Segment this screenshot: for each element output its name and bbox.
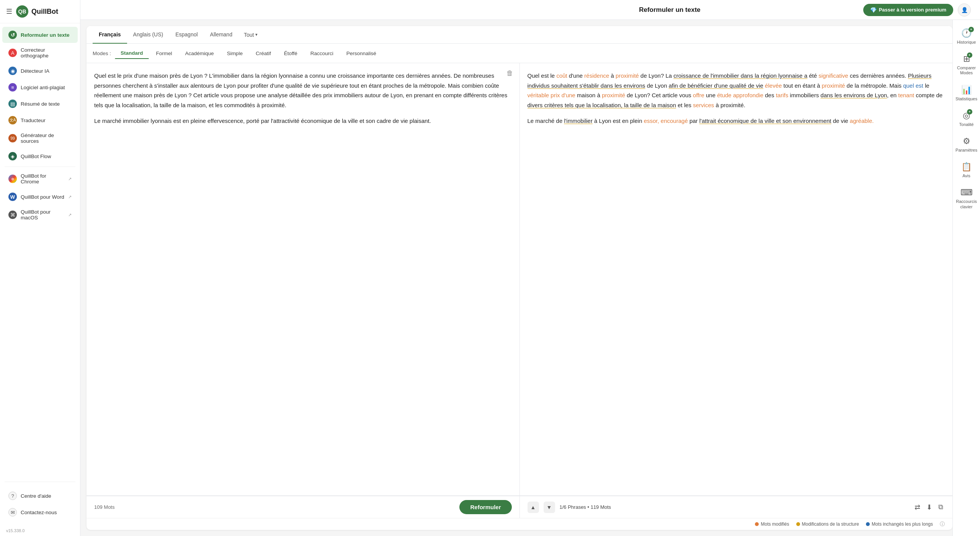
sidebar-item-label: QuillBot for Chrome [21, 173, 64, 185]
legend-unchanged: Mots inchangés les plus longs [866, 521, 933, 527]
parametres-icon: ⚙ [963, 136, 970, 146]
mode-raccourci[interactable]: Raccourci [305, 48, 339, 59]
sidebar-item-label: QuillBot pour macOS [21, 209, 64, 221]
legend-modified: Mots modifiés [755, 521, 789, 527]
language-tabs: Français Anglais (US) Espagnol Allemand … [87, 26, 952, 44]
external-link-icon: ↗ [68, 212, 72, 217]
word-essor: essor, encouragé [644, 118, 688, 124]
raccourcis-icon: ⌨ [960, 188, 973, 198]
input-paragraph-1: Quel est le prix d'une maison près de Ly… [94, 71, 512, 110]
reformuler-icon: ↺ [8, 31, 17, 39]
tab-anglais[interactable]: Anglais (US) [127, 26, 170, 44]
word-proximite2: proximité [822, 82, 845, 89]
input-pane: 🗑 Quel est le prix d'une maison près de … [87, 63, 520, 495]
sidebar-item-aide[interactable]: ? Centre d'aide [2, 488, 78, 504]
legend-bar: Mots modifiés Modifications de la struct… [87, 518, 952, 530]
phrase-dans-les: dans les environs de Lyon [820, 92, 887, 98]
sidebar-item-flow[interactable]: ◈ QuillBot Flow [2, 148, 78, 164]
word-offre: offre [693, 92, 704, 98]
sidebar-item-label: Traducteur [21, 118, 46, 123]
word-services: services [693, 102, 714, 108]
right-avis[interactable]: 📋 Avis [955, 158, 978, 182]
tab-francais[interactable]: Français [93, 26, 127, 44]
sidebar-item-label: Reformuler un texte [21, 32, 70, 38]
premium-button[interactable]: 💎 Passer à la version premium [863, 4, 953, 16]
tab-tout[interactable]: Tout ▾ [238, 26, 263, 43]
chrome-icon: ⊕ [8, 175, 17, 183]
main-content: Reformuler un texte 💎 Passer à la versio… [80, 0, 980, 536]
reformulate-button[interactable]: Reformuler [459, 500, 511, 514]
diamond-icon: 💎 [870, 7, 877, 13]
sidebar-item-word[interactable]: W QuillBot pour Word ↗ [2, 189, 78, 205]
sidebar-item-label: Générateur de sources [21, 132, 72, 144]
sidebar-item-logiciel[interactable]: ≡ Logiciel anti-plagiat [2, 79, 78, 95]
input-text[interactable]: Quel est le prix d'une maison près de Ly… [94, 71, 512, 495]
tonalite-label: Tonalité [959, 122, 974, 127]
word-cout: coût [556, 72, 567, 79]
copy-button[interactable]: ⧉ [937, 502, 945, 513]
mode-personnalise[interactable]: Personnalisé [341, 48, 382, 59]
external-link-icon: ↗ [68, 194, 72, 199]
sidebar-item-resume[interactable]: ▤ Résumé de texte [2, 96, 78, 112]
mode-creatif[interactable]: Créatif [250, 48, 277, 59]
comparer-badge: + [967, 52, 972, 58]
right-comparer[interactable]: ⊞ + Comparer Modes [955, 50, 978, 79]
input-word-count: 109 Mots [94, 504, 114, 510]
mode-tabs: Modes : Standard Formel Académique Simpl… [87, 44, 952, 63]
sidebar-item-label: Résumé de texte [21, 101, 60, 107]
right-parametres[interactable]: ⚙ Paramètres [955, 132, 978, 157]
sidebar-item-label: Correcteur orthographe [21, 47, 72, 59]
external-link-icon: ↗ [68, 176, 72, 181]
correcteur-icon: A [8, 49, 17, 57]
right-statistiques[interactable]: 📊 Statistiques [955, 81, 978, 105]
compare-button[interactable]: ⇄ [913, 502, 922, 513]
sidebar-item-generateur[interactable]: 99 Générateur de sources [2, 129, 78, 148]
nav-down-button[interactable]: ▼ [544, 502, 555, 513]
delete-button[interactable]: 🗑 [506, 69, 513, 77]
sidebar-item-contact[interactable]: ✉ Contactez-nous [2, 504, 78, 520]
raccourcis-label: Raccourcis clavier [956, 199, 977, 209]
sidebar-item-label: QuillBot pour Word [21, 194, 64, 200]
avatar-button[interactable]: 👤 [958, 3, 971, 16]
sidebar-nav: ↺ Reformuler un texte A Correcteur ortho… [0, 23, 80, 479]
avatar-icon: 👤 [961, 7, 968, 13]
mode-standard[interactable]: Standard [115, 47, 149, 59]
resume-icon: ▤ [8, 100, 17, 108]
tab-allemand[interactable]: Allemand [204, 26, 238, 44]
content-area: Français Anglais (US) Espagnol Allemand … [80, 20, 980, 536]
right-historique[interactable]: 🕐 + Historique [955, 25, 978, 49]
right-raccourcis[interactable]: ⌨ Raccourcis clavier [955, 184, 978, 213]
logo[interactable]: QB QuillBot [16, 5, 58, 18]
word-elevee: élevée [765, 82, 782, 89]
sidebar: ☰ QB QuillBot ↺ Reformuler un texte A Co… [0, 0, 80, 536]
mode-simple[interactable]: Simple [221, 48, 248, 59]
chevron-down-icon: ▾ [255, 32, 258, 37]
word-agreable: agréable. [850, 118, 874, 124]
tab-espagnol[interactable]: Espagnol [169, 26, 204, 44]
hamburger-menu[interactable]: ☰ [6, 7, 12, 16]
sidebar-item-reformuler[interactable]: ↺ Reformuler un texte [2, 27, 78, 43]
sidebar-item-label: QuillBot Flow [21, 154, 51, 159]
sidebar-divider [5, 167, 75, 167]
info-icon[interactable]: ⓘ [940, 521, 945, 528]
sidebar-item-label: Centre d'aide [21, 493, 51, 499]
download-button[interactable]: ⬇ [925, 502, 934, 513]
avis-label: Avis [962, 173, 970, 178]
word-residence: résidence [584, 72, 609, 79]
sidebar-item-macos[interactable]: ⌘ QuillBot pour macOS ↗ [2, 205, 78, 224]
parametres-label: Paramètres [956, 148, 977, 153]
nav-up-button[interactable]: ▲ [528, 502, 539, 513]
mode-academique[interactable]: Académique [180, 48, 220, 59]
mode-etoffe[interactable]: Étoffé [278, 48, 303, 59]
sidebar-item-detecteur[interactable]: ◉ Détecteur IA [2, 63, 78, 79]
sidebar-item-traducteur[interactable]: 文A Traducteur [2, 112, 78, 128]
phrase-attrait: l'attrait économique de la ville et son … [699, 118, 831, 124]
right-tonalite[interactable]: ◎ + Tonalité [955, 107, 978, 131]
input-footer: 109 Mots Reformuler [87, 496, 520, 518]
sidebar-item-correcteur[interactable]: A Correcteur orthographe [2, 43, 78, 62]
word-proximite3: proximité [602, 92, 625, 98]
sidebar-item-chrome[interactable]: ⊕ QuillBot for Chrome ↗ [2, 169, 78, 188]
flow-icon: ◈ [8, 152, 17, 160]
mode-formel[interactable]: Formel [150, 48, 178, 59]
legend-dot-yellow [796, 522, 800, 526]
